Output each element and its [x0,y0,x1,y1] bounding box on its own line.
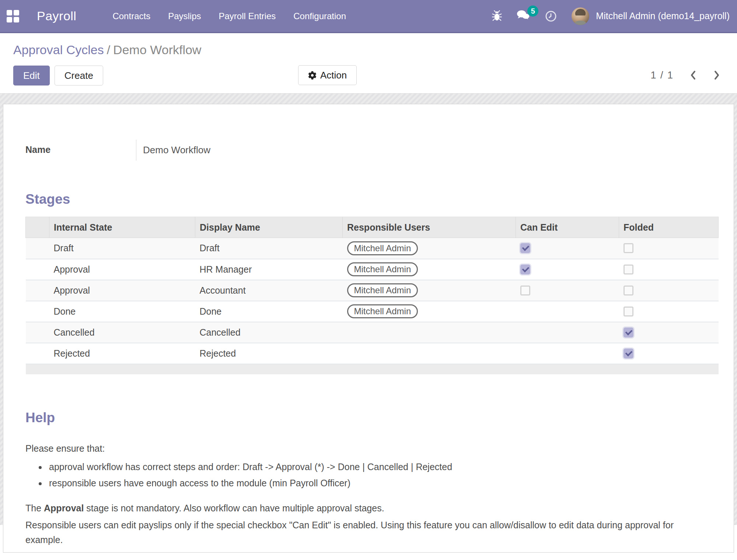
column-header-responsible-users[interactable]: Responsible Users [343,217,516,238]
button-row: Edit Create Action 1 / 1 [13,65,721,86]
activities-clock-icon[interactable] [545,10,557,22]
stages-section-title: Stages [25,192,717,207]
stage-table-row[interactable]: CancelledCancelled [26,322,719,343]
row-drag-handle-cell [26,322,49,343]
help-bullet-2: responsible users have enough access to … [47,476,717,490]
row-drag-handle-cell [26,343,49,364]
pager-previous-icon[interactable] [689,70,697,81]
column-header-display-name[interactable]: Display Name [195,217,343,238]
responsible-user-tag: Mitchell Admin [347,304,418,318]
debug-bug-icon[interactable] [492,10,502,22]
pager: 1 / 1 [650,65,721,85]
breadcrumb-parent-link[interactable]: Approval Cycles [13,43,104,57]
responsible-user-tag: Mitchell Admin [347,283,418,297]
control-panel: Approval Cycles/Demo Workflow Edit Creat… [0,33,737,93]
name-field-value: Demo Workflow [136,140,210,161]
internal-state-cell: Done [49,301,195,322]
can_edit-cell [516,238,619,259]
gear-icon [308,71,317,80]
create-button[interactable]: Create [55,66,103,85]
top-navbar: Payroll Contracts Payslips Payroll Entri… [0,0,737,33]
user-avatar[interactable] [572,7,589,25]
stages-table-footer [26,364,719,374]
pager-value[interactable]: 1 / 1 [650,70,674,81]
folded-cell [619,280,719,301]
responsible-users-cell [343,322,516,343]
column-header-internal-state[interactable]: Internal State [49,217,195,238]
can-edit-checkbox [520,265,530,274]
form-sheet: Name Demo Workflow Stages Internal State… [3,104,734,553]
handle-column-header [26,217,49,238]
breadcrumb-current: Demo Workflow [113,43,201,57]
stages-table-header: Internal State Display Name Responsible … [26,217,719,238]
help-paragraph-3: Responsible users of the "Done" stage ha… [25,549,703,553]
display-name-cell: HR Manager [195,259,343,280]
folded-checkbox [624,243,633,253]
internal-state-cell: Cancelled [49,322,195,343]
can_edit-cell [516,322,619,343]
help-bullet-1: approval workflow has correct steps and … [47,459,717,474]
row-drag-handle-cell [26,259,49,280]
menu-item-payslips[interactable]: Payslips [168,11,201,21]
can_edit-cell [516,301,619,322]
menu-item-contracts[interactable]: Contracts [112,11,150,21]
breadcrumb-separator: / [104,43,113,57]
can_edit-cell [516,280,619,301]
display-name-cell: Cancelled [195,322,343,343]
responsible-user-tag: Mitchell Admin [347,241,418,255]
stage-table-row[interactable]: ApprovalAccountantMitchell Admin [26,280,719,301]
messages-chat-icon[interactable]: 5 [517,10,530,22]
help-paragraph-1: The Approval stage is not mandatory. Als… [25,501,703,515]
folded-checkbox [624,265,633,274]
responsible-user-tag: Mitchell Admin [347,262,418,276]
name-field-row: Name Demo Workflow [25,140,717,161]
display-name-cell: Draft [195,238,343,259]
can_edit-cell [516,343,619,364]
display-name-cell: Rejected [195,343,343,364]
stage-table-row[interactable]: DoneDoneMitchell Admin [26,301,719,322]
main-menu: Contracts Payslips Payroll Entries Confi… [112,11,346,21]
breadcrumb: Approval Cycles/Demo Workflow [13,43,721,57]
can-edit-checkbox [520,286,530,295]
help-section: Help Please ensure that: approval workfl… [25,407,717,553]
pager-next-icon[interactable] [713,70,721,81]
folded-checkbox [624,307,633,316]
apps-menu-icon[interactable] [7,10,19,22]
menu-item-configuration[interactable]: Configuration [293,11,346,21]
navbar-systray: 5 Mitchell Admin (demo14_payroll) [492,7,730,25]
help-section-title: Help [25,407,717,428]
stages-table: Internal State Display Name Responsible … [25,217,719,374]
action-button-label: Action [320,70,347,81]
stage-table-row[interactable]: DraftDraftMitchell Admin [26,238,719,259]
column-header-can-edit[interactable]: Can Edit [516,217,619,238]
folded-cell [619,322,719,343]
folded-checkbox [624,328,633,337]
can-edit-checkbox [520,243,530,253]
responsible-users-cell [343,343,516,364]
help-intro: Please ensure that: [25,441,703,456]
responsible-users-cell: Mitchell Admin [343,301,516,322]
folded-cell [619,259,719,280]
name-field-label: Name [25,140,136,161]
help-paragraph-2: Responsible users can edit payslips only… [25,518,703,547]
edit-button[interactable]: Edit [13,66,50,85]
user-menu[interactable]: Mitchell Admin (demo14_payroll) [596,11,730,21]
action-button[interactable]: Action [298,65,357,85]
responsible-users-cell: Mitchell Admin [343,259,516,280]
row-drag-handle-cell [26,280,49,301]
menu-item-payroll-entries[interactable]: Payroll Entries [219,11,276,21]
app-name[interactable]: Payroll [37,9,76,23]
responsible-users-cell: Mitchell Admin [343,280,516,301]
column-header-folded[interactable]: Folded [619,217,719,238]
folded-checkbox [624,286,633,295]
stage-table-row[interactable]: RejectedRejected [26,343,719,364]
form-background: Name Demo Workflow Stages Internal State… [0,93,737,525]
folded-cell [619,343,719,364]
folded-checkbox [624,349,633,358]
internal-state-cell: Rejected [49,343,195,364]
internal-state-cell: Draft [49,238,195,259]
internal-state-cell: Approval [49,280,195,301]
help-bullet-list: approval workflow has correct steps and … [25,459,717,490]
stage-table-row[interactable]: ApprovalHR ManagerMitchell Admin [26,259,719,280]
display-name-cell: Accountant [195,280,343,301]
